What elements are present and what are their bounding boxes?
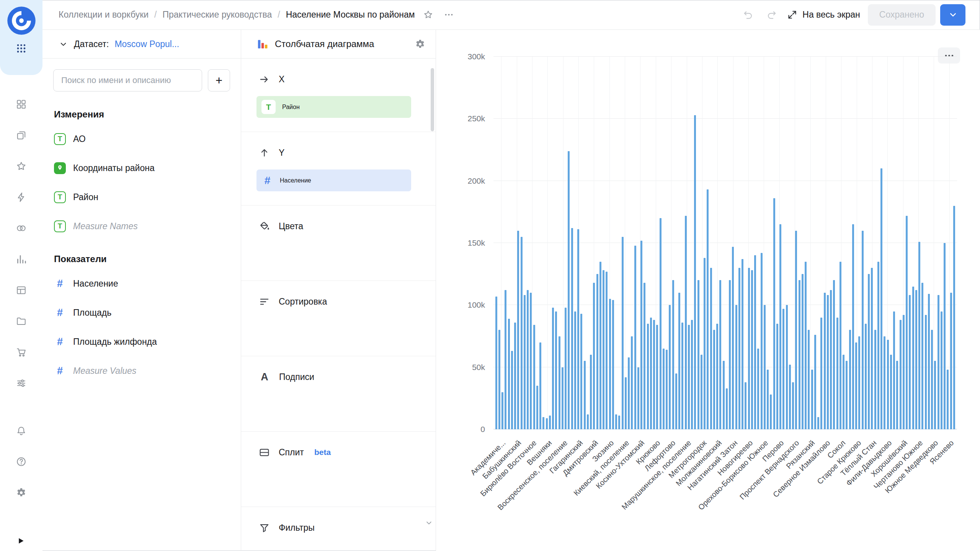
bar[interactable] (887, 340, 889, 429)
bar[interactable] (501, 392, 503, 429)
bar[interactable] (524, 295, 526, 429)
bar[interactable] (615, 414, 617, 429)
save-dropdown-button[interactable] (940, 4, 965, 26)
bar[interactable] (555, 311, 557, 429)
bar[interactable] (855, 342, 857, 429)
bar[interactable] (656, 325, 658, 429)
chart-settings-gear-icon[interactable] (415, 39, 426, 50)
bar[interactable] (799, 280, 800, 429)
bar[interactable] (779, 224, 781, 429)
bar[interactable] (701, 355, 702, 429)
x-field-pill[interactable]: T Район (256, 96, 411, 118)
gear-icon[interactable] (16, 487, 27, 498)
bar[interactable] (824, 293, 826, 429)
bar[interactable] (808, 330, 810, 429)
more-menu-icon[interactable] (441, 7, 456, 22)
folder-icon[interactable] (16, 316, 27, 327)
bar[interactable] (814, 335, 816, 429)
bar[interactable] (751, 270, 753, 429)
bar[interactable] (644, 283, 645, 429)
scrollbar-thumb[interactable] (431, 68, 434, 131)
bar[interactable] (742, 259, 743, 429)
bar[interactable] (716, 324, 718, 429)
bar[interactable] (669, 305, 671, 429)
bar[interactable] (836, 318, 838, 429)
bar[interactable] (612, 300, 614, 429)
bar[interactable] (934, 361, 936, 429)
breadcrumb-item-guides[interactable]: Практические руководства (162, 10, 272, 20)
colors-section[interactable]: Цвета (241, 205, 436, 281)
bar[interactable] (675, 373, 677, 429)
bar[interactable] (536, 386, 538, 429)
bar[interactable] (903, 315, 905, 429)
bar[interactable] (653, 320, 655, 429)
bar[interactable] (735, 305, 737, 429)
field-row[interactable]: T Measure Names (42, 212, 241, 241)
bar[interactable] (495, 297, 497, 429)
bar[interactable] (625, 377, 627, 429)
bar[interactable] (782, 309, 784, 429)
lightning-icon[interactable] (16, 192, 27, 203)
bar[interactable] (681, 323, 683, 429)
bar[interactable] (549, 416, 551, 429)
bar[interactable] (590, 355, 592, 429)
bar[interactable] (514, 323, 516, 429)
bar[interactable] (606, 272, 608, 429)
bar[interactable] (811, 370, 813, 429)
bar[interactable] (710, 268, 712, 429)
bar-chart-icon[interactable] (16, 254, 27, 265)
bar[interactable] (505, 290, 506, 429)
sliders-icon[interactable] (16, 378, 27, 389)
bar[interactable] (792, 382, 794, 429)
split-section[interactable]: Сплит beta (241, 432, 436, 507)
bar[interactable] (634, 246, 636, 430)
saved-button[interactable]: Сохранено (868, 4, 936, 26)
cart-icon[interactable] (16, 347, 27, 358)
breadcrumb-item-collections[interactable]: Коллекции и воркбуки (59, 10, 149, 20)
bar[interactable] (568, 151, 570, 429)
bar[interactable] (789, 365, 791, 429)
bell-icon[interactable] (16, 425, 27, 436)
apps-grid-icon[interactable] (16, 43, 27, 54)
bar[interactable] (941, 311, 942, 429)
bar[interactable] (820, 318, 822, 429)
bar[interactable] (498, 330, 500, 429)
bar[interactable] (817, 417, 819, 429)
table-icon[interactable] (16, 285, 27, 296)
bar[interactable] (906, 216, 908, 429)
bar[interactable] (666, 350, 668, 429)
bar[interactable] (950, 293, 952, 429)
bar[interactable] (880, 168, 882, 429)
bar[interactable] (631, 336, 633, 430)
field-row[interactable]: # Население (42, 269, 241, 298)
bar[interactable] (757, 349, 759, 429)
bar[interactable] (577, 229, 579, 429)
bar[interactable] (562, 367, 564, 429)
bar[interactable] (530, 293, 532, 429)
labels-section[interactable]: A Подписи (241, 356, 436, 432)
play-icon[interactable] (17, 537, 25, 546)
bar[interactable] (580, 314, 582, 429)
bar[interactable] (890, 355, 892, 429)
bar[interactable] (931, 330, 933, 429)
bar[interactable] (745, 382, 746, 429)
bar[interactable] (865, 324, 867, 429)
bar[interactable] (609, 299, 611, 429)
bar[interactable] (928, 294, 930, 429)
bar[interactable] (748, 268, 750, 429)
star-icon[interactable] (16, 161, 27, 172)
bar[interactable] (925, 315, 927, 429)
bar[interactable] (884, 336, 885, 430)
bar[interactable] (565, 308, 567, 429)
bar[interactable] (637, 367, 639, 429)
bar[interactable] (694, 115, 696, 429)
bar[interactable] (738, 268, 740, 429)
bar[interactable] (918, 242, 920, 429)
bar[interactable] (921, 283, 923, 429)
bar[interactable] (770, 395, 772, 429)
bar[interactable] (938, 295, 939, 429)
bar[interactable] (663, 349, 665, 429)
y-field-pill[interactable]: # Население (256, 170, 411, 191)
bar[interactable] (647, 324, 649, 429)
bar[interactable] (678, 293, 680, 429)
